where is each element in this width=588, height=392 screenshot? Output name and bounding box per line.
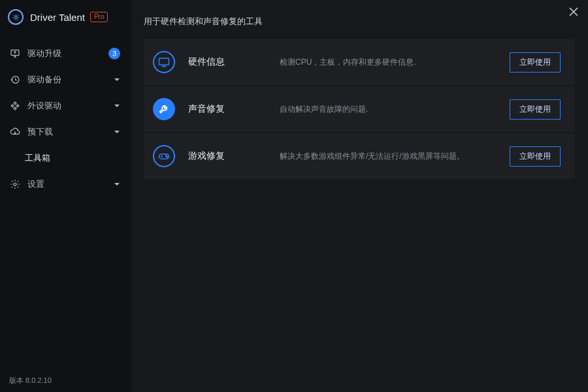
card-desc: 检测CPU，主板，内存和更多硬件信息.	[280, 57, 510, 68]
tool-cards: 硬件信息 检测CPU，主板，内存和更多硬件信息. 立即使用 声音修复 自动解决声…	[144, 39, 575, 180]
card-desc: 解决大多数游戏组件异常/无法运行/游戏黑屏等问题。	[280, 151, 510, 162]
svg-point-7	[167, 156, 168, 157]
page-title: 用于硬件检测和声音修复的工具	[144, 16, 575, 27]
sidebar-item-peripheral[interactable]: 外设驱动	[0, 93, 131, 119]
use-now-button[interactable]: 立即使用	[510, 99, 561, 120]
sidebar-item-settings[interactable]: 设置	[0, 171, 131, 197]
sidebar-item-label: 工具箱	[25, 152, 120, 164]
chevron-down-icon	[114, 105, 120, 108]
pro-badge: Pro	[90, 12, 108, 22]
sidebar-item-label: 设置	[27, 178, 114, 190]
gamepad-icon	[153, 145, 175, 167]
app-logo-icon	[8, 9, 24, 25]
sidebar-item-label: 预下载	[27, 126, 114, 138]
sidebar-item-driver-update[interactable]: 驱动升级 3	[0, 41, 131, 67]
monitor-up-icon	[9, 48, 21, 59]
svg-point-0	[14, 16, 17, 18]
peripheral-icon	[9, 101, 21, 111]
clock-backup-icon	[9, 74, 21, 85]
version-label: 版本 8.0.2.10	[9, 376, 52, 385]
card-desc: 自动解决声音故障的问题.	[280, 104, 510, 115]
sidebar-nav: 驱动升级 3 驱动备份	[0, 41, 131, 197]
close-button[interactable]	[566, 4, 581, 20]
card-hardware-info: 硬件信息 检测CPU，主板，内存和更多硬件信息. 立即使用	[144, 39, 575, 85]
card-title: 硬件信息	[188, 56, 280, 68]
monitor-icon	[153, 51, 175, 73]
app-title: Driver Talent	[30, 12, 85, 23]
sidebar-item-label: 驱动备份	[27, 74, 114, 86]
svg-rect-4	[159, 58, 169, 65]
chevron-down-icon	[114, 131, 120, 134]
card-sound-repair: 声音修复 自动解决声音故障的问题. 立即使用	[144, 86, 575, 132]
svg-point-3	[14, 183, 16, 186]
brand: Driver Talent Pro	[0, 0, 131, 37]
sidebar: Driver Talent Pro 驱动升级 3	[0, 0, 131, 392]
use-now-button[interactable]: 立即使用	[510, 146, 561, 167]
wrench-icon	[153, 98, 175, 120]
sidebar-item-predownload[interactable]: 预下载	[0, 119, 131, 145]
update-count-badge: 3	[108, 48, 120, 59]
sidebar-item-label: 外设驱动	[27, 100, 114, 112]
sidebar-item-toolbox[interactable]: 工具箱	[0, 145, 131, 171]
cloud-download-icon	[9, 127, 21, 137]
card-title: 声音修复	[188, 103, 280, 115]
card-title: 游戏修复	[188, 150, 280, 162]
use-now-button[interactable]: 立即使用	[510, 52, 561, 73]
sidebar-item-driver-backup[interactable]: 驱动备份	[0, 67, 131, 93]
gear-icon	[9, 179, 21, 189]
chevron-down-icon	[114, 78, 120, 82]
sidebar-item-label: 驱动升级	[27, 48, 108, 59]
chevron-down-icon	[114, 183, 120, 186]
main-content: 用于硬件检测和声音修复的工具 硬件信息 检测CPU，主板，内存和更多硬件信息. …	[131, 0, 588, 392]
card-game-repair: 游戏修复 解决大多数游戏组件异常/无法运行/游戏黑屏等问题。 立即使用	[144, 133, 575, 179]
